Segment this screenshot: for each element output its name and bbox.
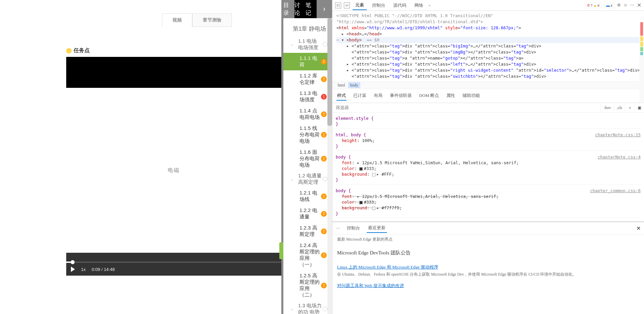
toc-item[interactable]: 1.1.6 面分布电荷电场2 [283, 147, 331, 171]
toc-item[interactable]: 1.2.3 高斯定理2 [283, 222, 331, 240]
toc-scrollbar[interactable] [327, 18, 332, 314]
item-label: 1.1.4 点电荷电场 [299, 108, 321, 120]
next-chapter-icon[interactable]: › [317, 0, 332, 18]
cls-toggle[interactable]: .cls [614, 104, 625, 112]
minimap-scrollbar[interactable] [639, 22, 644, 102]
collapse-handle[interactable] [279, 242, 283, 259]
section-label: 1.2 电通量 高斯定理 [298, 173, 323, 185]
styletab-events[interactable]: 事件侦听器 [389, 91, 412, 101]
progress-fill [66, 261, 71, 263]
toc-item[interactable]: 1.1.5 线分布电荷电场2 [283, 123, 331, 147]
toc-list[interactable]: 第1章 静电场⌵1.1 电场 电场强度1.1.1 电荷21.1.2 库仑定律21… [283, 18, 332, 314]
dom-node[interactable]: ▸ <"attrn">class="tag">div "attrn">class… [336, 67, 640, 73]
dom-node[interactable]: <"attrn">class="tag">a "attrn">name="got… [336, 55, 640, 61]
drawer-tab-whatsnew[interactable]: 最近更新 [367, 223, 387, 233]
toc-section[interactable]: ⌵1.3 电场力的功 电势 [283, 301, 331, 314]
new-rule-icon[interactable]: ＋ [625, 104, 635, 112]
toc-chapter-title[interactable]: 第1章 静电场 [283, 22, 331, 36]
css-rule[interactable]: chapterNote.css:15html, body {height: 10… [336, 131, 641, 151]
task-text: 任务点 [74, 47, 90, 54]
devtab-network[interactable]: 网络 [412, 1, 426, 10]
styletab-styles[interactable]: 样式 [336, 91, 347, 101]
feedback-icon[interactable]: ☺ [623, 3, 628, 8]
dom-node[interactable]: <"attrn">class="tag">div "attrn">class="… [336, 49, 640, 55]
rule-source-link[interactable]: chapterNote.css:4 [598, 154, 641, 160]
toc-item[interactable]: 1.2.2 电通量2 [283, 205, 331, 222]
tab-toc[interactable]: 目录 [283, 0, 294, 18]
toc-item[interactable]: 1.1.3 电场强度1 [283, 88, 331, 105]
css-rule[interactable]: chapterNote.css:4body {font: ▸ 12px/1.5 … [336, 153, 641, 184]
styles-filter-input[interactable] [332, 103, 601, 112]
rule-source-link[interactable]: chapterNote.css:15 [595, 132, 641, 138]
hov-toggle[interactable]: :hov [601, 104, 613, 112]
styletab-props[interactable]: 属性 [446, 91, 456, 101]
tab-quiz[interactable]: 章节测验 [192, 13, 232, 27]
playback-speed[interactable]: 1x [81, 267, 86, 272]
item-badge: 2 [321, 132, 327, 138]
device-icon[interactable]: ▭ [344, 2, 350, 8]
dom-head[interactable]: ▸ <head>…</head> [336, 31, 640, 37]
item-badge: 2 [321, 211, 327, 217]
dom-body-selected[interactable]: ⋯ ▾ <body> == $0 [336, 37, 640, 43]
error-count[interactable]: ⊘7 ▲8 [585, 2, 601, 8]
drawer-tab-console[interactable]: 控制台 [346, 224, 361, 233]
drawer-body[interactable]: Microsoft Edge DevTools 团队公告 Linux 上的 Mi… [332, 244, 644, 291]
toc-item[interactable]: 1.2.1 电场线2 [283, 187, 331, 205]
info-count[interactable]: ▬4 [604, 3, 614, 8]
drawer-link-linux[interactable]: Linux 上的 Microsoft Edge 和 Microsoft Edge… [337, 265, 438, 270]
tab-video[interactable]: 视频 [162, 13, 192, 27]
toc-item[interactable]: 1.1.1 电荷2 [283, 53, 331, 70]
play-icon[interactable] [71, 267, 75, 272]
progress-handle[interactable] [71, 260, 75, 264]
close-devtools-icon[interactable]: ✕ [637, 2, 641, 8]
video-progress-bar[interactable] [66, 261, 281, 263]
devtools-toolbar: ◰ ▭ 元素 控制台 源代码 网络 » ⊘7 ▲8 ▬4 ⚙ ☺ ⋯ ✕ [332, 0, 644, 11]
inspect-icon[interactable]: ◰ [335, 2, 341, 8]
crumb-body[interactable]: body [348, 82, 360, 88]
css-rule[interactable]: element.style {} [336, 114, 641, 129]
dom-doctype[interactable]: <!DOCTYPE html PUBLIC "-//W3C//DTD XHTML… [336, 13, 640, 19]
chevron-down-icon: ⌵ [291, 177, 295, 181]
dom-tree[interactable]: <!DOCTYPE html PUBLIC "-//W3C//DTD XHTML… [332, 11, 644, 81]
styletab-layout[interactable]: 布局 [373, 91, 383, 101]
toc-item[interactable]: 1.1.2 库仑定律2 [283, 70, 331, 88]
section-status-icon [323, 177, 327, 181]
item-label: 1.2.5 高斯定理的应用（二） [299, 273, 321, 298]
dom-node[interactable]: <"attrn">class="tag">div "attrn">class="… [336, 73, 640, 79]
drawer-tabs: ⋯ 控制台 最近更新 ✕ [332, 222, 644, 234]
css-rule[interactable]: chapter_common.css:6body {font: ▸ 12px/1… [336, 186, 641, 218]
styles-pane-icon[interactable]: ▣ [635, 104, 644, 112]
toc-section[interactable]: ⌵1.2 电通量 高斯定理 [283, 171, 331, 187]
toc-item[interactable]: 1.1.4 点电荷电场2 [283, 105, 331, 123]
styletab-a11y[interactable]: 辅助功能 [462, 91, 481, 101]
toc-tabs: 目录 讨论 笔记 › [283, 0, 332, 18]
scroll-thumb[interactable] [327, 18, 332, 126]
toc-item[interactable]: 1.2.5 高斯定理的应用（二）2 [283, 270, 331, 301]
devtab-elements[interactable]: 元素 [353, 1, 367, 10]
video-canvas[interactable]: 电磁 [66, 88, 281, 253]
devtab-sources[interactable]: 源代码 [391, 1, 409, 10]
gear-icon[interactable]: ⚙ [617, 3, 621, 8]
rule-source-link[interactable]: chapter_common.css:6 [590, 188, 641, 194]
item-label: 1.1.3 电场强度 [299, 90, 321, 103]
crumb-html[interactable]: html [336, 82, 347, 88]
item-label: 1.2.2 电通量 [299, 207, 321, 220]
dom-html[interactable]: <html xmlns="http://www.w3.org/1999/xhtm… [336, 25, 640, 31]
drawer-link-issues[interactable]: 对问题工具和 Web 提示集成的改进 [337, 283, 404, 288]
toc-item[interactable]: 1.2.4 高斯定理的应用（一）2 [283, 240, 331, 270]
video-player[interactable]: 电磁 1x 0:09 / 14:48 [66, 57, 281, 276]
drawer-more-icon[interactable]: ⋯ [336, 225, 340, 231]
toc-section[interactable]: ⌵1.1 电场 电场强度 [283, 36, 331, 53]
styletab-computed[interactable]: 已计算 [353, 91, 367, 101]
drawer-close-icon[interactable]: ✕ [636, 225, 641, 232]
kebab-icon[interactable]: ⋯ [630, 3, 634, 8]
more-tabs-icon[interactable]: » [429, 3, 431, 8]
styles-list[interactable]: element.style {}chapterNote.css:15html, … [332, 113, 644, 221]
tab-notes[interactable]: 笔记 [306, 0, 317, 18]
dom-doctype2[interactable]: "http://www.w3.org/TR/xhtml1/DTD/xhtml1-… [336, 19, 640, 25]
devtab-console[interactable]: 控制台 [369, 1, 388, 10]
dom-node[interactable]: ▸ <"attrn">class="tag">div "attrn">class… [336, 61, 640, 67]
dom-node[interactable]: ▸ <"attrn">class="tag">div "attrn">class… [336, 43, 640, 49]
tab-discuss[interactable]: 讨论 [294, 0, 306, 18]
styletab-dom[interactable]: DOM 断点 [418, 91, 440, 101]
